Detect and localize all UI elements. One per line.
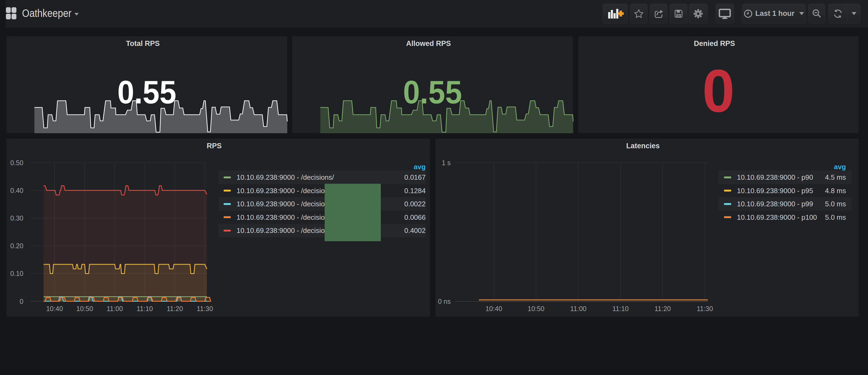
svg-text:0.20: 0.20	[10, 242, 23, 250]
svg-text:11:00: 11:00	[570, 305, 587, 312]
svg-text:1 s: 1 s	[442, 159, 451, 166]
svg-text:11:00: 11:00	[107, 305, 123, 312]
svg-text:11:10: 11:10	[136, 305, 153, 312]
svg-text:0.40: 0.40	[10, 187, 23, 194]
svg-text:11:20: 11:20	[655, 305, 671, 312]
svg-text:0.30: 0.30	[10, 214, 23, 222]
svg-text:10:50: 10:50	[528, 305, 545, 312]
svg-text:10:40: 10:40	[485, 305, 502, 312]
svg-text:10:50: 10:50	[76, 305, 93, 312]
svg-text:0: 0	[20, 298, 23, 305]
svg-text:11:30: 11:30	[696, 305, 713, 312]
svg-text:10:40: 10:40	[46, 305, 63, 312]
svg-text:11:20: 11:20	[166, 305, 183, 312]
svg-text:11:30: 11:30	[197, 305, 213, 312]
svg-text:0.10: 0.10	[10, 270, 23, 277]
svg-text:0.50: 0.50	[10, 159, 23, 166]
svg-text:11:10: 11:10	[613, 305, 629, 312]
svg-text:0 ns: 0 ns	[438, 298, 451, 305]
